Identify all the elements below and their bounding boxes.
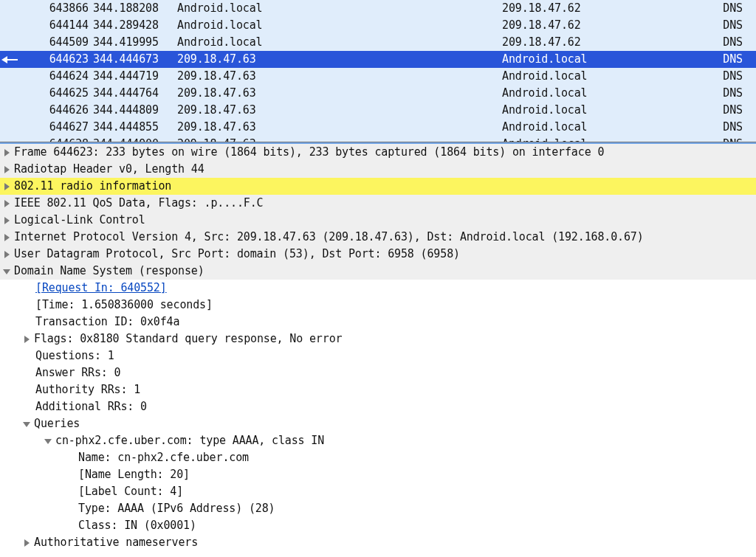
tree-llc[interactable]: Logical-Link Control bbox=[0, 212, 756, 229]
dns-query-0-name-length[interactable]: [Name Length: 20] bbox=[0, 466, 756, 483]
col-protocol: DNS bbox=[701, 34, 746, 51]
dns-query-0-name[interactable]: Name: cn-phx2.cfe.uber.com bbox=[0, 449, 756, 466]
col-no: 644626 bbox=[21, 102, 90, 119]
col-destination: Android.local bbox=[502, 68, 701, 85]
col-source: Android.local bbox=[165, 17, 284, 34]
col-source: 209.18.47.63 bbox=[165, 136, 284, 142]
packet-details[interactable]: Frame 644623: 233 bytes on wire (1864 bi… bbox=[0, 144, 756, 551]
chevron-down-icon[interactable] bbox=[43, 436, 53, 446]
col-time: 344.444764 bbox=[90, 85, 165, 102]
row-gutter bbox=[0, 17, 21, 34]
packet-row[interactable]: 644626344.444809209.18.47.63Android.loca… bbox=[0, 102, 756, 119]
packet-list[interactable]: 643866344.188208Android.local209.18.47.6… bbox=[0, 0, 756, 142]
tree-radiotap[interactable]: Radiotap Header v0, Length 44 bbox=[0, 161, 756, 178]
col-gap bbox=[284, 102, 502, 119]
col-time: 344.444900 bbox=[90, 136, 165, 142]
tree-ieee[interactable]: IEEE 802.11 QoS Data, Flags: .p....F.C bbox=[0, 195, 756, 212]
field-value: Authoritative nameservers bbox=[34, 534, 198, 551]
col-source: 209.18.47.63 bbox=[165, 51, 284, 68]
col-gap bbox=[284, 68, 502, 85]
col-no: 644509 bbox=[21, 34, 90, 51]
svg-marker-12 bbox=[44, 439, 52, 444]
packet-row[interactable]: 644628344.444900209.18.47.63Android.loca… bbox=[0, 136, 756, 142]
packet-row[interactable]: 644144344.289428Android.local209.18.47.6… bbox=[0, 17, 756, 34]
chevron-right-icon[interactable] bbox=[1, 181, 12, 192]
request-in-link[interactable]: [Request In: 640552] bbox=[0, 280, 167, 297]
field-value: Flags: 0x8180 Standard query response, N… bbox=[34, 331, 342, 347]
row-gutter bbox=[0, 68, 21, 85]
col-destination: 209.18.47.62 bbox=[502, 0, 701, 17]
col-no: 644628 bbox=[21, 136, 90, 142]
tree-label: Domain Name System (response) bbox=[14, 263, 205, 280]
field-value: [Label Count: 4] bbox=[0, 483, 183, 500]
chevron-right-icon[interactable] bbox=[1, 215, 12, 226]
svg-marker-2 bbox=[4, 149, 10, 156]
chevron-right-icon[interactable] bbox=[1, 165, 12, 175]
dns-auth-ns[interactable]: Authoritative nameservers bbox=[0, 534, 756, 551]
packet-row[interactable]: 644625344.444764209.18.47.63Android.loca… bbox=[0, 85, 756, 102]
dns-transaction-id[interactable]: Transaction ID: 0x0f4a bbox=[0, 314, 756, 331]
dns-queries[interactable]: Queries bbox=[0, 415, 756, 432]
dns-query-0-type[interactable]: Type: AAAA (IPv6 Address) (28) bbox=[0, 500, 756, 517]
col-gap bbox=[284, 17, 502, 34]
arrow-left-icon bbox=[1, 55, 18, 65]
chevron-right-icon[interactable] bbox=[1, 232, 12, 243]
tree-dns[interactable]: Domain Name System (response) bbox=[0, 263, 756, 280]
dns-questions[interactable]: Questions: 1 bbox=[0, 347, 756, 364]
svg-marker-1 bbox=[1, 56, 7, 63]
col-no: 644623 bbox=[21, 51, 90, 68]
col-time: 344.188208 bbox=[90, 0, 165, 17]
packet-row[interactable]: 644623344.444673209.18.47.63Android.loca… bbox=[0, 51, 756, 68]
dns-flags[interactable]: Flags: 0x8180 Standard query response, N… bbox=[0, 331, 756, 347]
tree-label: Frame 644623: 233 bytes on wire (1864 bi… bbox=[14, 144, 604, 161]
chevron-down-icon[interactable] bbox=[21, 419, 32, 429]
col-no: 644627 bbox=[21, 119, 90, 136]
svg-marker-11 bbox=[23, 422, 30, 427]
col-destination: Android.local bbox=[502, 119, 701, 136]
tree-label: Logical-Link Control bbox=[14, 212, 145, 229]
dns-additional-rrs[interactable]: Additional RRs: 0 bbox=[0, 398, 756, 415]
dns-answer-rrs[interactable]: Answer RRs: 0 bbox=[0, 364, 756, 381]
row-gutter bbox=[0, 0, 21, 17]
tree-ip[interactable]: Internet Protocol Version 4, Src: 209.18… bbox=[0, 229, 756, 246]
col-time: 344.289428 bbox=[90, 17, 165, 34]
col-destination: 209.18.47.62 bbox=[502, 34, 701, 51]
col-destination: 209.18.47.62 bbox=[502, 17, 701, 34]
col-gap bbox=[284, 34, 502, 51]
tree-frame[interactable]: Frame 644623: 233 bytes on wire (1864 bi… bbox=[0, 144, 756, 161]
tree-udp[interactable]: User Datagram Protocol, Src Port: domain… bbox=[0, 246, 756, 263]
col-destination: Android.local bbox=[502, 102, 701, 119]
chevron-right-icon[interactable] bbox=[21, 334, 32, 345]
tree-label: Radiotap Header v0, Length 44 bbox=[14, 161, 205, 178]
dns-request-in[interactable]: [Request In: 640552] bbox=[0, 280, 756, 297]
chevron-right-icon[interactable] bbox=[1, 249, 12, 260]
col-source: 209.18.47.63 bbox=[165, 85, 284, 102]
dns-time[interactable]: [Time: 1.650836000 seconds] bbox=[0, 297, 756, 314]
tree-radio[interactable]: 802.11 radio information bbox=[0, 178, 756, 195]
svg-marker-8 bbox=[4, 251, 10, 258]
chevron-right-icon[interactable] bbox=[1, 198, 12, 209]
col-gap bbox=[284, 136, 502, 142]
chevron-right-icon[interactable] bbox=[1, 148, 12, 158]
dns-query-0-class[interactable]: Class: IN (0x0001) bbox=[0, 517, 756, 534]
field-value: Type: AAAA (IPv6 Address) (28) bbox=[0, 500, 275, 517]
packet-row[interactable]: 644509344.419995Android.local209.18.47.6… bbox=[0, 34, 756, 51]
chevron-right-icon[interactable] bbox=[21, 538, 32, 548]
field-value: Additional RRs: 0 bbox=[0, 398, 147, 415]
col-protocol: DNS bbox=[701, 85, 746, 102]
field-value: [Time: 1.650836000 seconds] bbox=[0, 297, 213, 314]
col-destination: Android.local bbox=[502, 136, 701, 142]
dns-authority-rrs[interactable]: Authority RRs: 1 bbox=[0, 381, 756, 398]
dns-query-0-label-count[interactable]: [Label Count: 4] bbox=[0, 483, 756, 500]
packet-row[interactable]: 643866344.188208Android.local209.18.47.6… bbox=[0, 0, 756, 17]
svg-marker-9 bbox=[3, 269, 10, 274]
field-value: Answer RRs: 0 bbox=[0, 364, 120, 381]
col-no: 644625 bbox=[21, 85, 90, 102]
col-gap bbox=[284, 51, 502, 68]
dns-query-0[interactable]: cn-phx2.cfe.uber.com: type AAAA, class I… bbox=[0, 432, 756, 449]
packet-row[interactable]: 644627344.444855209.18.47.63Android.loca… bbox=[0, 119, 756, 136]
svg-marker-3 bbox=[4, 166, 10, 173]
chevron-down-icon[interactable] bbox=[1, 266, 12, 277]
packet-row[interactable]: 644624344.444719209.18.47.63Android.loca… bbox=[0, 68, 756, 85]
col-time: 344.444673 bbox=[90, 51, 165, 68]
